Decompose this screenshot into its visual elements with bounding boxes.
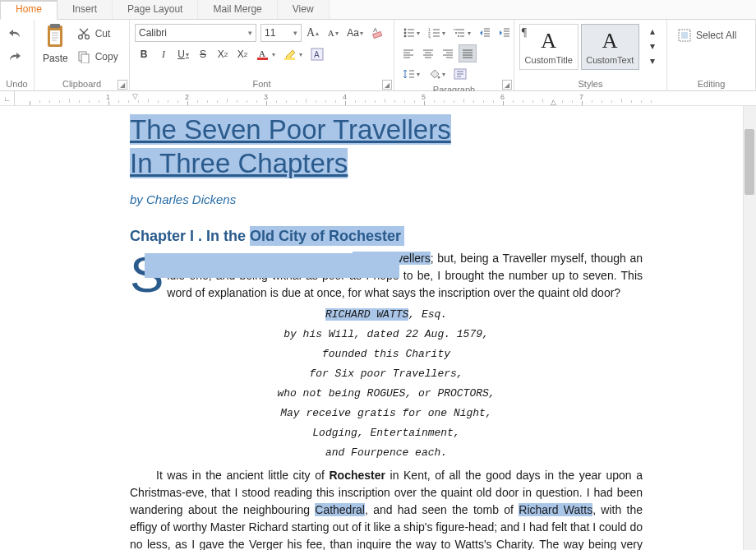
cut-button[interactable]: Cut xyxy=(75,25,127,43)
align-center-icon xyxy=(422,49,434,58)
document-area: The Seven Poor Travellers In Three Chapt… xyxy=(0,106,756,550)
styles-scroll-up[interactable]: ▴ xyxy=(643,24,662,39)
shrink-font-button[interactable]: A▾ xyxy=(324,24,342,42)
paragraph-dialog-button[interactable] xyxy=(450,65,470,83)
style-name: CustomText xyxy=(586,55,634,65)
tab-view[interactable]: View xyxy=(278,0,330,19)
align-right-icon xyxy=(442,49,454,58)
change-case-button[interactable]: Aa▾ xyxy=(343,24,366,42)
shading-button[interactable]: ▾ xyxy=(425,65,449,83)
right-indent-marker[interactable]: △ xyxy=(551,98,556,105)
underline-button[interactable]: U▾ xyxy=(174,45,192,63)
undo-button[interactable] xyxy=(5,25,25,43)
copy-label: Copy xyxy=(95,51,118,62)
svg-point-22 xyxy=(458,35,459,37)
italic-button[interactable]: I xyxy=(154,45,173,63)
tab-mail-merge[interactable]: Mail Merge xyxy=(198,0,277,19)
document-title[interactable]: The Seven Poor Travellers In Three Chapt… xyxy=(130,113,643,181)
chapter-heading[interactable]: Chapter I . In the Old City of Rochester xyxy=(130,228,643,245)
group-label-editing: Editing xyxy=(672,77,750,90)
bullet-list-button[interactable]: ▾ xyxy=(399,24,423,42)
indent-marker[interactable]: ▽ xyxy=(132,92,138,100)
inscription-line[interactable]: and Fourpence each. xyxy=(130,445,643,461)
svg-point-16 xyxy=(404,35,407,38)
subscript-button[interactable]: X2 xyxy=(233,45,251,63)
indent-icon xyxy=(499,27,510,39)
paste-label: Paste xyxy=(43,53,68,64)
inscription-line[interactable]: Lodging, Entertainment, xyxy=(130,425,643,441)
paragraph-launcher[interactable]: ◢ xyxy=(502,80,512,90)
numbered-list-button[interactable]: 123▾ xyxy=(425,24,449,42)
font-size-dropdown[interactable]: 11▾ xyxy=(260,24,302,42)
paste-button[interactable]: Paste xyxy=(39,21,71,66)
style-preview-letter: A xyxy=(602,29,618,53)
svg-rect-6 xyxy=(81,54,89,63)
tab-page-layout[interactable]: Page Layout xyxy=(113,0,198,19)
font-size-value: 11 xyxy=(265,27,275,39)
align-center-button[interactable] xyxy=(419,44,437,62)
highlight-button[interactable]: ▾ xyxy=(280,45,306,63)
clear-formatting-button[interactable]: A xyxy=(368,24,388,42)
inscription-line[interactable]: by his Will, dated 22 Aug. 1579, xyxy=(130,326,643,343)
inscription-line[interactable]: RICHARD WATTS, Esq. xyxy=(130,307,643,323)
selection-highlight xyxy=(145,253,399,278)
bold-button[interactable]: B xyxy=(135,45,153,63)
font-family-value: Calibri xyxy=(139,27,167,39)
clipboard-launcher[interactable]: ◢ xyxy=(118,80,127,90)
styles-scroll-down[interactable]: ▾ xyxy=(643,39,662,53)
font-launcher[interactable]: ◢ xyxy=(382,80,392,90)
inscription-line[interactable]: who not being ROGUES, or PROCTORS, xyxy=(130,386,643,402)
svg-text:A: A xyxy=(259,49,265,58)
select-all-icon xyxy=(678,29,691,42)
outdent-icon xyxy=(479,27,491,39)
styles-gallery-button[interactable]: ▾ xyxy=(643,53,662,68)
ribbon-tabstrip: Home Insert Page Layout Mail Merge View xyxy=(0,0,756,20)
strikethrough-button[interactable]: S xyxy=(194,45,212,63)
align-left-button[interactable] xyxy=(399,44,417,62)
scrollbar-thumb[interactable] xyxy=(744,129,754,195)
numbers-icon: 123 xyxy=(428,27,441,39)
select-all-button[interactable]: Select All xyxy=(672,26,742,44)
align-left-icon xyxy=(403,49,414,58)
copy-icon xyxy=(77,50,90,63)
svg-text:A: A xyxy=(373,26,378,34)
font-dialog-icon: A xyxy=(311,48,324,61)
page[interactable]: The Seven Poor Travellers In Three Chapt… xyxy=(15,106,741,550)
ruler-corner: ∟ xyxy=(0,91,15,106)
vertical-scrollbar[interactable] xyxy=(743,106,756,550)
byline[interactable]: by Charles Dickens xyxy=(130,192,643,206)
line-spacing-button[interactable]: ▾ xyxy=(399,65,423,83)
increase-indent-button[interactable] xyxy=(496,24,514,42)
select-all-label: Select All xyxy=(696,30,736,41)
font-color-button[interactable]: A▾ xyxy=(253,45,279,63)
group-label-styles: Styles xyxy=(519,77,662,90)
decrease-indent-button[interactable] xyxy=(476,24,494,42)
style-custom-title[interactable]: A CustomTitle xyxy=(519,24,579,70)
align-right-button[interactable] xyxy=(439,44,457,62)
inscription-line[interactable]: May receive gratis for one Night, xyxy=(130,405,643,422)
font-dialog-button[interactable]: A xyxy=(307,45,327,63)
svg-point-4 xyxy=(85,35,89,39)
copy-button[interactable]: Copy xyxy=(75,48,127,66)
line-spacing-icon xyxy=(403,68,416,80)
paragraph-2[interactable]: It was in the ancient little city of Roc… xyxy=(130,467,643,550)
font-family-dropdown[interactable]: Calibri▾ xyxy=(135,24,256,42)
grow-font-button[interactable]: A▴ xyxy=(303,24,322,42)
multilevel-list-button[interactable]: ▾ xyxy=(450,24,474,42)
align-justify-button[interactable] xyxy=(459,44,477,62)
superscript-button[interactable]: X2 xyxy=(214,45,232,63)
style-custom-text[interactable]: A CustomText xyxy=(581,24,640,70)
svg-point-15 xyxy=(404,32,407,35)
redo-button[interactable] xyxy=(5,48,25,66)
inscription-line[interactable]: founded this Charity xyxy=(130,346,643,363)
svg-point-21 xyxy=(455,32,457,34)
group-label-clipboard: Clipboard xyxy=(39,77,124,90)
svg-point-23 xyxy=(438,76,440,79)
paint-bucket-icon xyxy=(428,68,441,80)
inscription-line[interactable]: for Six poor Travellers, xyxy=(130,366,643,382)
para-dialog-icon xyxy=(454,68,467,80)
style-name: CustomTitle xyxy=(525,55,573,65)
tab-home[interactable]: Home xyxy=(0,0,58,20)
horizontal-ruler[interactable]: ∟ 1234567▽△ xyxy=(0,91,756,106)
tab-insert[interactable]: Insert xyxy=(58,0,113,19)
